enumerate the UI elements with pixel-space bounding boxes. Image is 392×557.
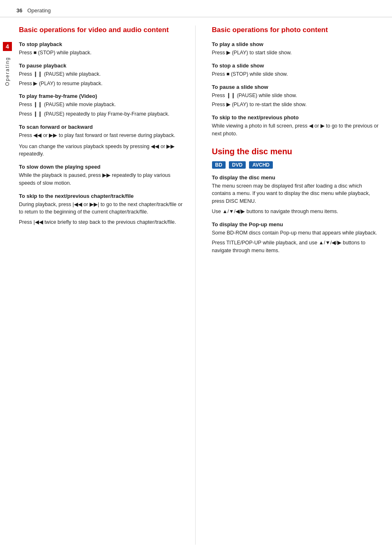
left-column: Basic operations for video and audio con… — [19, 26, 196, 545]
page-number: 36 — [16, 7, 22, 14]
pause-playback-heading: To pause playback — [19, 63, 187, 69]
display-popup-menu-text-1: Press TITLE/POP-UP while playback, and u… — [212, 239, 380, 255]
play-slideshow-text-0: Press ▶ (PLAY) to start slide show. — [212, 49, 380, 57]
subsection-pause-playback: To pause playback Press ❙❙ (PAUSE) while… — [19, 63, 187, 88]
pause-playback-text-0: Press ❙❙ (PAUSE) while playback. — [19, 70, 187, 78]
pause-playback-text-1: Press ▶ (PLAY) to resume playback. — [19, 80, 187, 88]
slow-down-heading: To slow down the playing speed — [19, 164, 187, 170]
main-content: Basic operations for video and audio con… — [15, 17, 392, 557]
skip-photo-text-0: While viewing a photo in full screen, pr… — [212, 122, 380, 138]
left-sidebar: 4 Operating — [0, 17, 15, 557]
pause-slideshow-heading: To pause a slide show — [212, 84, 380, 90]
stop-playback-text-0: Press ■ (STOP) while playback. — [19, 49, 187, 57]
disc-menu-header: Using the disc menu — [212, 147, 380, 156]
skip-chapter-text-1: Press |◀◀ twice briefly to step back to … — [19, 218, 187, 226]
disc-menu-section: Using the disc menu BD DVD AVCHD To disp… — [212, 147, 380, 255]
disc-menu-title: Using the disc menu — [212, 147, 293, 156]
skip-photo-heading: To skip to the next/previous photo — [212, 114, 380, 121]
right-section-title: Basic operations for photo content — [212, 26, 380, 35]
frame-by-frame-text-1: Press ❙❙ (PAUSE) repeatedly to play Fram… — [19, 110, 187, 118]
stop-slideshow-text-0: Press ■ (STOP) while slide show. — [212, 70, 380, 78]
subsection-skip-chapter: To skip to the next/previous chapter/tra… — [19, 193, 187, 226]
disc-menu-badges: BD DVD AVCHD — [212, 161, 380, 169]
subsection-display-disc-menu: To display the disc menu The menu screen… — [212, 174, 380, 216]
skip-chapter-text-0: During playback, press |◀◀ or ▶▶| to go … — [19, 201, 187, 216]
left-section-title: Basic operations for video and audio con… — [19, 26, 187, 35]
subsection-pause-slideshow: To pause a slide show Press ❙❙ (PAUSE) w… — [212, 84, 380, 109]
stop-slideshow-heading: To stop a slide show — [212, 63, 380, 69]
subsection-slow-down: To slow down the playing speed While the… — [19, 164, 187, 187]
subsection-scan: To scan forward or backward Press ◀◀ or … — [19, 124, 187, 158]
right-column: Basic operations for photo content To pl… — [208, 26, 380, 545]
page-container: 36 Operating 4 Operating Basic operation… — [0, 0, 392, 557]
top-bar: 36 Operating — [0, 0, 392, 17]
chapter-number: 4 — [6, 43, 9, 50]
subsection-display-popup-menu: To display the Pop-up menu Some BD-ROM d… — [212, 221, 380, 255]
pause-slideshow-text-1: Press ▶ (PLAY) to re-start the slide sho… — [212, 101, 380, 109]
skip-chapter-heading: To skip to the next/previous chapter/tra… — [19, 193, 187, 199]
display-popup-menu-heading: To display the Pop-up menu — [212, 221, 380, 227]
display-disc-menu-heading: To display the disc menu — [212, 174, 380, 181]
badge-bd: BD — [212, 161, 226, 169]
pause-slideshow-text-0: Press ❙❙ (PAUSE) while slide show. — [212, 92, 380, 100]
play-slideshow-heading: To play a slide show — [212, 41, 380, 47]
display-popup-menu-text-0: Some BD-ROM discs contain Pop-up menu th… — [212, 229, 380, 237]
badge-dvd: DVD — [229, 161, 246, 169]
frame-by-frame-text-0: Press ❙❙ (PAUSE) while movie playback. — [19, 101, 187, 109]
slow-down-text-0: While the playback is paused, press ▶▶ r… — [19, 172, 187, 187]
sidebar-operating-label: Operating — [5, 57, 10, 86]
display-disc-menu-text-0: The menu screen may be displayed first a… — [212, 182, 380, 205]
badge-avchd: AVCHD — [249, 161, 273, 169]
subsection-play-slideshow: To play a slide show Press ▶ (PLAY) to s… — [212, 41, 380, 57]
chapter-number-box: 4 — [3, 42, 12, 51]
scan-text-1: You can change the various playback spee… — [19, 143, 187, 158]
frame-by-frame-heading: To play frame-by-frame (Video) — [19, 93, 187, 99]
stop-playback-heading: To stop playback — [19, 41, 187, 47]
subsection-stop-slideshow: To stop a slide show Press ■ (STOP) whil… — [212, 63, 380, 78]
subsection-stop-playback: To stop playback Press ■ (STOP) while pl… — [19, 41, 187, 57]
display-disc-menu-text-1: Use ▲/▼/◀/▶ buttons to navigate through … — [212, 208, 380, 216]
scan-text-0: Press ◀◀ or ▶▶ to play fast forward or f… — [19, 132, 187, 139]
subsection-skip-photo: To skip to the next/previous photo While… — [212, 114, 380, 138]
scan-heading: To scan forward or backward — [19, 124, 187, 130]
subsection-frame-by-frame: To play frame-by-frame (Video) Press ❙❙ … — [19, 93, 187, 118]
top-label: Operating — [27, 7, 51, 14]
